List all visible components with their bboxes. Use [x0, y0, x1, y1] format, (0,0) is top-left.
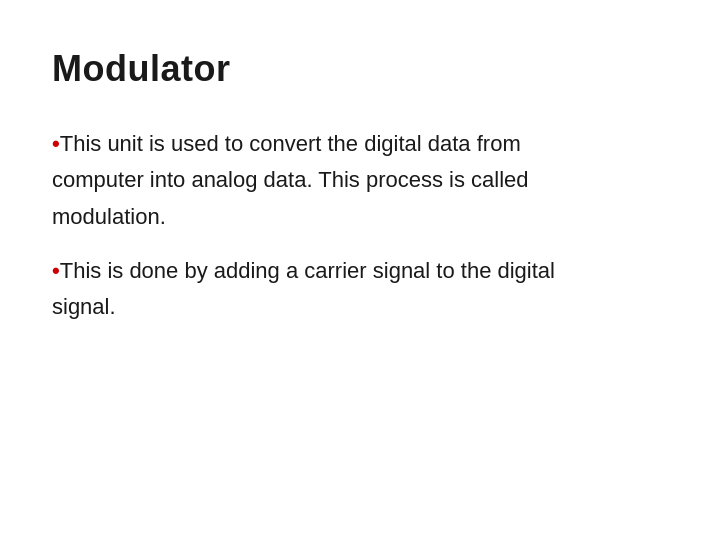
- slide-body: •This unit is used to convert the digita…: [52, 126, 668, 343]
- bullet-1-line1: •This unit is used to convert the digita…: [52, 126, 668, 162]
- bullet-2: •This is done by adding a carrier signal…: [52, 253, 668, 326]
- bullet-2-line1: •This is done by adding a carrier signal…: [52, 253, 668, 289]
- bullet-2-dot: •: [52, 258, 60, 283]
- bullet-1-line3: modulation.: [52, 199, 668, 235]
- slide-title: Modulator: [52, 48, 668, 90]
- bullet-2-line2: signal.: [52, 289, 668, 325]
- bullet-1: •This unit is used to convert the digita…: [52, 126, 668, 235]
- bullet-1-text-line1: This unit is used to convert the digital…: [60, 131, 521, 156]
- bullet-1-line2: computer into analog data. This process …: [52, 162, 668, 198]
- bullet-1-dot: •: [52, 131, 60, 156]
- slide-container: Modulator •This unit is used to convert …: [0, 0, 720, 540]
- bullet-2-text-line1: This is done by adding a carrier signal …: [60, 258, 555, 283]
